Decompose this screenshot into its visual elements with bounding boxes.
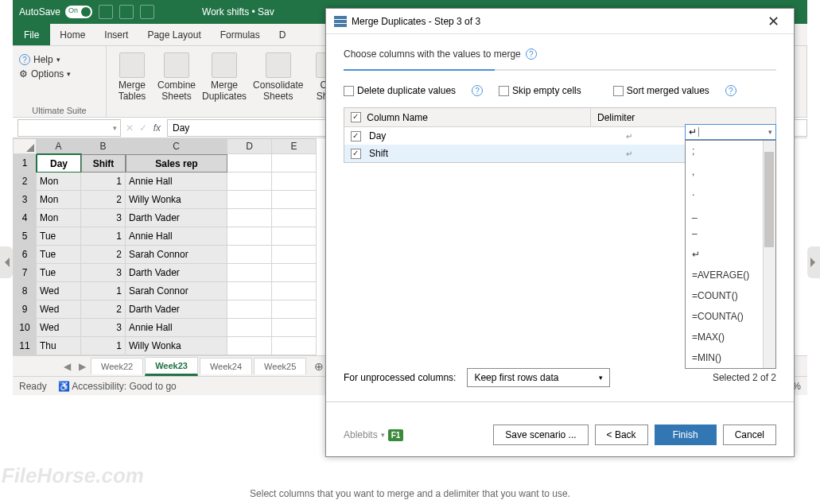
- cell[interactable]: Wed: [37, 300, 81, 319]
- cell[interactable]: [227, 154, 272, 173]
- cancel-button[interactable]: Cancel: [723, 425, 776, 445]
- cell[interactable]: [227, 282, 272, 300]
- cell[interactable]: [272, 173, 317, 191]
- col-header-e[interactable]: E: [272, 138, 317, 154]
- cell[interactable]: [227, 191, 272, 209]
- cell[interactable]: 1: [81, 337, 126, 355]
- nav-next[interactable]: [807, 246, 820, 278]
- cell[interactable]: Mon: [37, 209, 81, 227]
- cell[interactable]: 3: [81, 209, 126, 227]
- save-icon[interactable]: [99, 5, 113, 19]
- sheet-tab-week22[interactable]: Week22: [91, 358, 143, 374]
- fx-label[interactable]: fx: [154, 122, 161, 134]
- sheet-nav-next[interactable]: ▶: [76, 361, 89, 372]
- cell[interactable]: [227, 227, 272, 246]
- cell[interactable]: [272, 319, 317, 337]
- cell[interactable]: [272, 191, 317, 209]
- tab-insert[interactable]: Insert: [95, 24, 138, 45]
- row-header[interactable]: 2: [13, 173, 37, 191]
- cell[interactable]: [272, 282, 317, 300]
- row-header[interactable]: 6: [13, 246, 37, 264]
- cell[interactable]: Tue: [37, 264, 81, 282]
- help-link[interactable]: ?Help ▾: [19, 54, 60, 65]
- combine-sheets-button[interactable]: Combine Sheets: [157, 52, 196, 102]
- cell[interactable]: Mon: [37, 191, 81, 209]
- tab-page-layout[interactable]: Page Layout: [138, 24, 210, 45]
- unprocessed-select[interactable]: Keep first rows data ▾: [467, 368, 610, 387]
- delimiter-dropdown[interactable]: ↵ ▾: [685, 124, 776, 140]
- undo-icon[interactable]: [119, 5, 134, 19]
- cell-header-rep[interactable]: Sales rep: [126, 154, 227, 173]
- cell[interactable]: Thu: [37, 337, 81, 355]
- cell[interactable]: [272, 154, 317, 173]
- cell[interactable]: 2: [81, 300, 126, 319]
- shift-checkbox[interactable]: [351, 149, 361, 159]
- cell[interactable]: 3: [81, 264, 126, 282]
- row-header[interactable]: 4: [13, 209, 37, 227]
- cell[interactable]: Wed: [37, 319, 81, 337]
- options-link[interactable]: ⚙Options ▾: [19, 68, 71, 79]
- accessibility-status[interactable]: ♿ Accessibility: Good to go: [58, 381, 177, 392]
- tab-d[interactable]: D: [270, 24, 296, 45]
- tab-home[interactable]: Home: [50, 24, 95, 45]
- name-box[interactable]: ▾: [17, 119, 121, 137]
- dialog-titlebar[interactable]: Merge Duplicates - Step 3 of 3 ✕: [326, 9, 794, 34]
- sort-merged-checkbox[interactable]: Sort merged values: [613, 85, 709, 96]
- cell[interactable]: [272, 246, 317, 264]
- merge-tables-button[interactable]: Merge Tables: [113, 52, 151, 102]
- redo-icon[interactable]: [140, 5, 154, 19]
- dropdown-scrollbar[interactable]: [763, 141, 775, 368]
- save-scenario-button[interactable]: Save scenario ...: [493, 425, 588, 445]
- cell[interactable]: Sarah Connor: [126, 282, 227, 300]
- cell[interactable]: [272, 337, 317, 355]
- cell[interactable]: [227, 319, 272, 337]
- sheet-tab-week24[interactable]: Week24: [200, 358, 252, 374]
- cell[interactable]: Tue: [37, 227, 81, 246]
- cell[interactable]: Willy Wonka: [126, 337, 227, 355]
- tab-file[interactable]: File: [13, 24, 50, 45]
- col-header-c[interactable]: C: [126, 138, 227, 154]
- cell[interactable]: 2: [81, 246, 126, 264]
- row-header[interactable]: 10: [13, 319, 37, 337]
- cell-header-day[interactable]: Day: [37, 154, 81, 173]
- close-button[interactable]: ✕: [761, 13, 786, 30]
- select-all-corner[interactable]: [13, 138, 37, 154]
- col-header-b[interactable]: B: [81, 138, 126, 154]
- cell[interactable]: Tue: [37, 246, 81, 264]
- cell[interactable]: 3: [81, 319, 126, 337]
- cell[interactable]: 1: [81, 282, 126, 300]
- nav-prev[interactable]: [0, 246, 13, 278]
- brand-label[interactable]: Ablebits ▾ F1: [344, 429, 403, 441]
- row-header[interactable]: 5: [13, 227, 37, 246]
- merge-duplicates-button[interactable]: Merge Duplicates: [202, 52, 247, 102]
- cell[interactable]: Willy Wonka: [126, 191, 227, 209]
- cell[interactable]: Annie Hall: [126, 227, 227, 246]
- cell[interactable]: [227, 264, 272, 282]
- cell[interactable]: [227, 173, 272, 191]
- help-icon[interactable]: ?: [526, 48, 537, 60]
- autosave-toggle[interactable]: AutoSave On: [19, 6, 92, 18]
- cell[interactable]: Annie Hall: [126, 173, 227, 191]
- cell[interactable]: [227, 300, 272, 319]
- delete-duplicates-checkbox[interactable]: Delete duplicate values: [344, 85, 456, 96]
- select-all-checkbox[interactable]: [351, 112, 361, 122]
- row-header[interactable]: 9: [13, 300, 37, 319]
- row-header[interactable]: 3: [13, 191, 37, 209]
- row-header[interactable]: 11: [13, 337, 37, 355]
- sheet-nav-prev[interactable]: ◀: [60, 361, 74, 372]
- cell-header-shift[interactable]: Shift: [81, 154, 126, 173]
- sheet-tab-week25[interactable]: Week25: [254, 358, 306, 374]
- cell[interactable]: [272, 209, 317, 227]
- cell[interactable]: [272, 300, 317, 319]
- back-button[interactable]: < Back: [595, 425, 648, 445]
- consolidate-sheets-button[interactable]: Consolidate Sheets: [253, 52, 303, 102]
- finish-button[interactable]: Finish: [655, 425, 717, 445]
- cell[interactable]: [227, 246, 272, 264]
- cell[interactable]: [272, 264, 317, 282]
- cell[interactable]: 2: [81, 191, 126, 209]
- tab-formulas[interactable]: Formulas: [211, 24, 270, 45]
- skip-empty-checkbox[interactable]: Skip empty cells: [499, 85, 581, 96]
- cell[interactable]: 1: [81, 173, 126, 191]
- help-icon[interactable]: ?: [472, 85, 483, 96]
- row-header[interactable]: 1: [13, 154, 37, 173]
